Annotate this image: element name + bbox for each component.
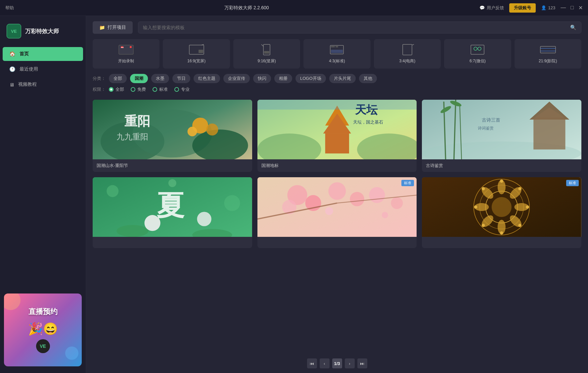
filter-logo[interactable]: LOGO开场 [295, 74, 326, 83]
format-4-3[interactable]: 4:3(标准) [303, 39, 370, 69]
svg-point-92 [474, 205, 477, 209]
open-project-button[interactable]: 📁 打开项目 [93, 21, 133, 34]
page-prev-button[interactable]: ‹ [320, 358, 330, 368]
template-grid-container: 重阳 九九重阳 国潮山水-重阳节 [86, 100, 588, 354]
template-name-5 [257, 237, 417, 248]
feedback-icon: 💬 [479, 5, 485, 10]
svg-point-88 [526, 205, 529, 209]
template-thumb-2: 天坛 天坛，国之基石 [257, 100, 417, 159]
filter-enterprise[interactable]: 企业宣传 [223, 74, 250, 83]
svg-rect-6 [199, 50, 203, 53]
svg-rect-8 [264, 51, 269, 54]
sidebar-item-home[interactable]: 🏠 首页 [3, 47, 83, 61]
format-grid: REC 开始录制 16:9(宽屏) [86, 39, 588, 74]
template-name-2: 国潮地标 [257, 159, 417, 172]
template-card-4[interactable]: 夏 [93, 177, 252, 248]
format-record-label: 开始录制 [118, 58, 134, 64]
svg-point-90 [500, 231, 503, 235]
filter-area: 分类： 全部 国潮 水墨 节日 红色主题 企业宣传 快闪 相册 LOGO开场 片… [86, 74, 588, 100]
template-card-5[interactable]: 标准 [257, 177, 417, 248]
main-layout: VE 万彩特效大师 🏠 首页 🕐 最近使用 🖥 视频教程 直播预约 🎉😄 VE [0, 16, 588, 373]
svg-point-57 [107, 185, 118, 197]
format-16-9[interactable]: 16:9(宽屏) [163, 39, 230, 69]
filter-album[interactable]: 相册 [274, 74, 292, 83]
permission-free[interactable]: 免费 [131, 86, 146, 92]
permission-label: 权限： [93, 86, 106, 92]
template-name-1: 国潮山水-重阳节 [93, 159, 252, 172]
svg-rect-42 [533, 118, 565, 149]
format-3-4-label: 3:4(电商) [399, 58, 416, 64]
filter-title[interactable]: 片头片尾 [329, 74, 356, 83]
template-card-6[interactable]: 标准 [422, 177, 581, 248]
user-info: 👤 123 [541, 5, 556, 10]
svg-point-68 [391, 197, 403, 209]
filter-other[interactable]: 其他 [359, 74, 377, 83]
svg-rect-19 [540, 46, 556, 53]
svg-point-18 [478, 47, 481, 50]
category-filter-row: 分类： 全部 国潮 水墨 节日 红色主题 企业宣传 快闪 相册 LOGO开场 片… [93, 74, 581, 83]
svg-rect-12 [336, 46, 338, 47]
filter-ink[interactable]: 水墨 [151, 74, 169, 83]
permission-pro[interactable]: 专业 [174, 86, 190, 92]
svg-rect-16 [471, 45, 484, 54]
maximize-button[interactable]: □ [570, 5, 574, 11]
sidebar-item-recent[interactable]: 🕐 最近使用 [3, 62, 83, 76]
template-name-3: 古诗鉴赏 [422, 159, 581, 172]
sidebar-item-tutorials[interactable]: 🖥 视频教程 [3, 78, 83, 91]
svg-rect-32 [325, 133, 349, 153]
svg-text:九九重阳: 九九重阳 [116, 133, 148, 141]
format-3-4-icon [399, 44, 415, 56]
sidebar-banner[interactable]: 直播预约 🎉😄 VE [4, 293, 82, 366]
page-next-button[interactable]: › [345, 358, 355, 368]
title-bar-right: 💬 用户反馈 升级账号 👤 123 — □ ✕ [479, 3, 583, 13]
permission-radio-group: 全部 免费 标准 专业 [109, 86, 190, 92]
filter-red[interactable]: 红色主题 [194, 74, 220, 83]
content-top: 📁 打开项目 🔍 [86, 16, 588, 39]
permission-all[interactable]: 全部 [109, 86, 124, 92]
sidebar-item-tutorials-label: 视频教程 [18, 81, 37, 87]
page-first-button[interactable]: ⏮ [307, 358, 317, 368]
search-bar[interactable]: 🔍 [138, 22, 581, 33]
minimize-button[interactable]: — [561, 5, 566, 11]
svg-point-77 [492, 197, 512, 217]
svg-point-66 [350, 192, 364, 206]
search-input[interactable] [143, 25, 570, 30]
format-3-4[interactable]: 3:4(电商) [374, 39, 441, 69]
filter-guochao[interactable]: 国潮 [130, 74, 148, 83]
svg-line-15 [412, 44, 414, 45]
template-card-1[interactable]: 重阳 九九重阳 国潮山水-重阳节 [93, 100, 252, 172]
permission-standard[interactable]: 标准 [153, 86, 168, 92]
banner-emoji: 🎉😄 [28, 322, 58, 336]
template-badge-5: 标准 [401, 180, 414, 186]
filter-all[interactable]: 全部 [109, 74, 127, 83]
filter-flash[interactable]: 快闪 [253, 74, 271, 83]
radio-standard [153, 87, 157, 92]
help-menu[interactable]: 帮助 [5, 5, 14, 11]
banner-title: 直播预约 [28, 307, 58, 317]
radio-all [109, 87, 113, 92]
title-bar: 帮助 万彩特效大师 2.2.600 💬 用户反馈 升级账号 👤 123 — □ … [0, 0, 588, 16]
svg-point-86 [500, 180, 503, 183]
page-last-button[interactable]: ⏭ [357, 358, 367, 368]
format-21-9-icon [540, 44, 556, 56]
format-9-16[interactable]: 9:16(竖屏) [233, 39, 300, 69]
window-controls: — □ ✕ [561, 5, 583, 11]
feedback-label: 用户反馈 [487, 5, 504, 11]
content-area: 📁 打开项目 🔍 REC 开始录制 [86, 16, 588, 373]
filter-holiday[interactable]: 节日 [172, 74, 190, 83]
upgrade-button[interactable]: 升级账号 [509, 3, 536, 13]
svg-rect-13 [331, 50, 343, 53]
svg-text:天坛: 天坛 [355, 104, 378, 116]
format-6-7[interactable]: 6:7(微信) [444, 39, 511, 69]
close-button[interactable]: ✕ [578, 5, 583, 11]
format-9-16-label: 9:16(竖屏) [257, 58, 276, 64]
format-record[interactable]: REC 开始录制 [93, 39, 159, 69]
format-4-3-label: 4:3(标准) [329, 58, 345, 64]
template-card-3[interactable]: 古诗三首 诗词鉴赏 古诗鉴赏 [422, 100, 581, 172]
radio-pro [174, 87, 179, 92]
template-card-2[interactable]: 天坛 天坛，国之基石 国潮地标 [257, 100, 417, 172]
format-21-9[interactable]: 21:9(影院) [515, 39, 581, 69]
svg-point-27 [206, 124, 218, 135]
feedback-button[interactable]: 💬 用户反馈 [479, 5, 504, 11]
template-thumb-3: 古诗三首 诗词鉴赏 [422, 100, 581, 159]
